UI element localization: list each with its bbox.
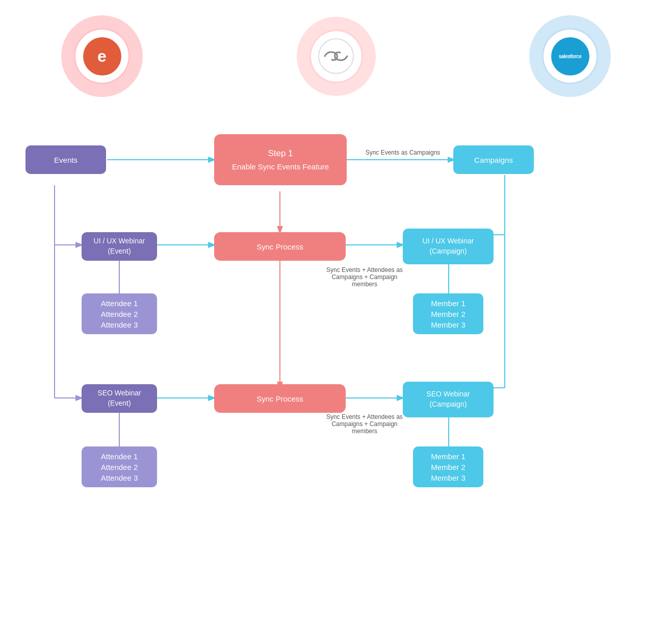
salesforce-icon: salesforce [551,37,589,76]
syncapps-logo [297,17,376,96]
seo-event-box: SEO Webinar (Event) [82,384,157,413]
diagram: Events Step 1 Enable Sync Events Feature… [0,102,672,622]
sync-attendees-2-label: Sync Events + Attendees as Campaigns + C… [326,413,403,435]
attendees-2-box: Attendee 1 Attendee 2 Attendee 3 [82,446,157,487]
salesforce-logo: salesforce [529,15,611,97]
logos-section: e salesforce [0,0,672,102]
eventbrite-logo: e [61,15,143,97]
attendees-1-box: Attendee 1 Attendee 2 Attendee 3 [82,293,157,334]
members-2-box: Member 1 Member 2 Member 3 [413,446,483,487]
sync-events-label: Sync Events as Campaigns [357,149,449,156]
eventbrite-icon: e [83,37,121,76]
ui-ux-campaign-box: UI / UX Webinar (Campaign) [403,229,494,264]
sync-attendees-1-label: Sync Events + Attendees as Campaigns + C… [326,266,403,288]
campaigns-box: Campaigns [453,145,534,174]
step1-box: Step 1 Enable Sync Events Feature [214,134,347,185]
syncapps-icon [318,38,354,74]
members-1-box: Member 1 Member 2 Member 3 [413,293,483,334]
ui-ux-event-box: UI / UX Webinar (Event) [82,232,157,261]
seo-campaign-box: SEO Webinar (Campaign) [403,382,494,417]
sync-process-1-box: Sync Process [214,232,346,261]
events-box: Events [25,145,106,174]
sync-process-2-box: Sync Process [214,384,346,413]
